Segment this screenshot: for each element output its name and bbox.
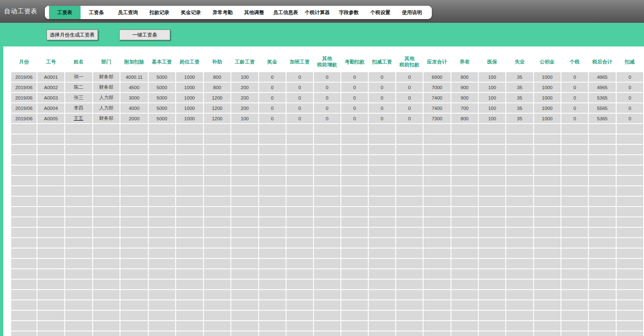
empty-cell[interactable]: [11, 238, 37, 248]
empty-cell[interactable]: [314, 300, 340, 310]
empty-cell[interactable]: [120, 259, 147, 268]
empty-cell[interactable]: [65, 145, 92, 154]
tab-employee-info[interactable]: 员工信息表: [270, 6, 301, 19]
empty-cell[interactable]: [561, 145, 588, 154]
cell[interactable]: 5365: [589, 114, 616, 123]
empty-cell[interactable]: [11, 280, 37, 289]
empty-cell[interactable]: [396, 124, 423, 134]
cell[interactable]: 7300: [424, 114, 451, 123]
empty-cell[interactable]: [424, 207, 451, 217]
empty-cell[interactable]: [314, 311, 340, 320]
cell[interactable]: 5000: [149, 83, 176, 92]
tab-employee-query[interactable]: 员工查询: [112, 6, 144, 19]
cell[interactable]: 0: [259, 103, 286, 113]
empty-cell[interactable]: [534, 207, 561, 217]
empty-cell[interactable]: [149, 145, 176, 154]
empty-cell[interactable]: [259, 248, 286, 258]
empty-cell[interactable]: [120, 248, 147, 258]
cell[interactable]: 5565: [589, 103, 616, 113]
cell[interactable]: 1000: [176, 103, 203, 113]
empty-cell[interactable]: [451, 321, 478, 331]
empty-cell[interactable]: [451, 228, 478, 237]
cell[interactable]: 1000: [176, 72, 203, 82]
empty-cell[interactable]: [120, 321, 147, 331]
empty-cell[interactable]: [589, 280, 616, 289]
empty-cell[interactable]: [534, 186, 561, 196]
cell[interactable]: 0: [286, 103, 313, 113]
empty-cell[interactable]: [93, 186, 120, 196]
cell[interactable]: 800: [451, 114, 478, 123]
cell[interactable]: 100: [479, 114, 505, 123]
cell[interactable]: 700: [451, 103, 478, 113]
tab-payslip[interactable]: 工资条: [81, 6, 112, 19]
cell[interactable]: 1000: [534, 103, 561, 113]
empty-cell[interactable]: [231, 145, 258, 154]
empty-cell[interactable]: [561, 186, 588, 196]
empty-cell[interactable]: [369, 300, 395, 310]
empty-cell[interactable]: [506, 186, 533, 196]
empty-cell[interactable]: [176, 331, 203, 336]
empty-cell[interactable]: [259, 134, 286, 144]
empty-cell[interactable]: [314, 280, 340, 289]
empty-cell[interactable]: [424, 248, 451, 258]
empty-cell[interactable]: [11, 155, 37, 165]
empty-cell[interactable]: [204, 259, 231, 268]
empty-cell[interactable]: [534, 124, 561, 134]
empty-cell[interactable]: [617, 124, 643, 134]
cell[interactable]: 0: [341, 83, 368, 92]
empty-cell[interactable]: [589, 166, 616, 175]
empty-cell[interactable]: [479, 186, 505, 196]
cell[interactable]: 人力部: [93, 93, 120, 102]
empty-cell[interactable]: [341, 311, 368, 320]
empty-cell[interactable]: [259, 290, 286, 299]
empty-cell[interactable]: [479, 197, 505, 206]
empty-cell[interactable]: [617, 186, 643, 196]
empty-cell[interactable]: [369, 145, 395, 154]
empty-cell[interactable]: [396, 197, 423, 206]
empty-cell[interactable]: [314, 145, 340, 154]
empty-cell[interactable]: [451, 280, 478, 289]
empty-cell[interactable]: [479, 300, 505, 310]
empty-cell[interactable]: [314, 166, 340, 175]
empty-cell[interactable]: [534, 176, 561, 185]
empty-cell[interactable]: [451, 207, 478, 217]
empty-cell[interactable]: [120, 331, 147, 336]
empty-cell[interactable]: [534, 331, 561, 336]
empty-cell[interactable]: [286, 248, 313, 258]
empty-cell[interactable]: [424, 155, 451, 165]
empty-cell[interactable]: [424, 176, 451, 185]
empty-cell[interactable]: [259, 269, 286, 279]
cell[interactable]: 5365: [589, 93, 616, 102]
empty-cell[interactable]: [617, 145, 643, 154]
empty-cell[interactable]: [617, 155, 643, 165]
empty-cell[interactable]: [396, 259, 423, 268]
empty-cell[interactable]: [506, 176, 533, 185]
empty-cell[interactable]: [424, 197, 451, 206]
empty-cell[interactable]: [369, 269, 395, 279]
cell[interactable]: 0: [369, 83, 395, 92]
empty-cell[interactable]: [65, 176, 92, 185]
empty-cell[interactable]: [314, 290, 340, 299]
empty-cell[interactable]: [93, 321, 120, 331]
empty-cell[interactable]: [65, 321, 92, 331]
empty-cell[interactable]: [396, 207, 423, 217]
empty-cell[interactable]: [93, 280, 120, 289]
empty-cell[interactable]: [561, 176, 588, 185]
cell[interactable]: 0: [561, 103, 588, 113]
empty-cell[interactable]: [424, 124, 451, 134]
cell[interactable]: 100: [231, 114, 258, 123]
empty-cell[interactable]: [120, 300, 147, 310]
empty-cell[interactable]: [534, 290, 561, 299]
empty-cell[interactable]: [286, 145, 313, 154]
empty-cell[interactable]: [93, 155, 120, 165]
empty-cell[interactable]: [506, 197, 533, 206]
empty-cell[interactable]: [506, 238, 533, 248]
cell[interactable]: 200: [231, 83, 258, 92]
empty-cell[interactable]: [176, 134, 203, 144]
empty-cell[interactable]: [451, 300, 478, 310]
empty-cell[interactable]: [11, 300, 37, 310]
empty-cell[interactable]: [617, 238, 643, 248]
empty-cell[interactable]: [479, 134, 505, 144]
empty-cell[interactable]: [231, 217, 258, 227]
empty-cell[interactable]: [341, 186, 368, 196]
